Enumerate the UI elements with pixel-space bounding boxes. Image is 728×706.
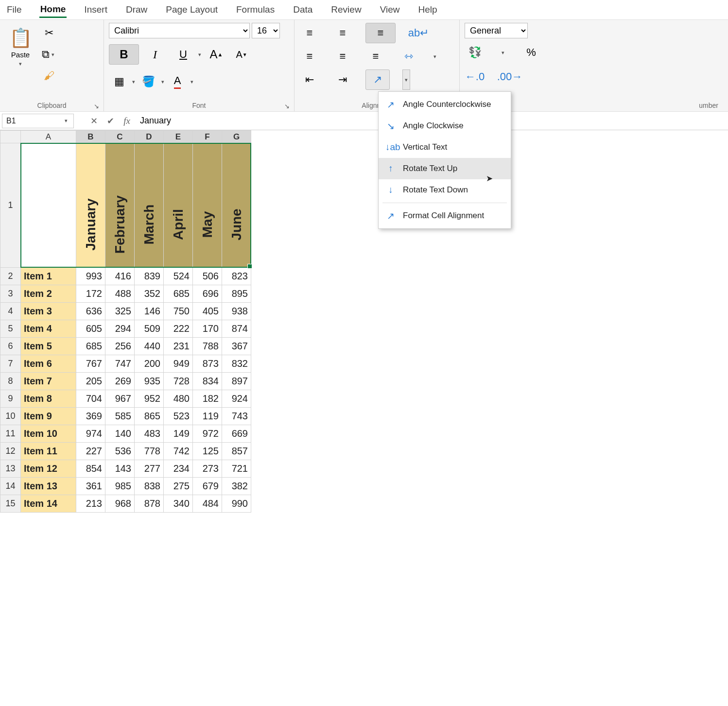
select-all-corner[interactable] bbox=[0, 131, 21, 143]
data-cell[interactable]: 480 bbox=[164, 390, 193, 408]
col-header-E[interactable]: E bbox=[164, 131, 193, 143]
insert-function-button[interactable]: fx bbox=[119, 114, 135, 128]
data-cell[interactable]: 972 bbox=[193, 425, 222, 443]
chevron-down-icon[interactable]: ▾ bbox=[189, 79, 195, 85]
increase-font-button[interactable]: A▲ bbox=[204, 44, 228, 65]
data-cell[interactable]: 440 bbox=[135, 338, 164, 355]
data-cell[interactable]: 704 bbox=[76, 390, 105, 408]
clipboard-launcher[interactable]: ↘ bbox=[94, 103, 102, 110]
data-cell[interactable]: 275 bbox=[164, 478, 193, 495]
data-cell[interactable]: 838 bbox=[135, 478, 164, 495]
data-cell[interactable]: 369 bbox=[76, 408, 105, 425]
menu-rotate-down[interactable]: ↓Rotate Text Down bbox=[379, 179, 511, 201]
align-center-button[interactable]: ≡ bbox=[332, 46, 353, 67]
percent-button[interactable]: % bbox=[521, 42, 541, 63]
data-cell[interactable]: 227 bbox=[76, 443, 105, 460]
fill-color-button[interactable]: 🪣 bbox=[138, 71, 158, 92]
row-label-cell[interactable]: Item 12 bbox=[21, 460, 76, 478]
orientation-button[interactable]: ↗ bbox=[365, 69, 390, 90]
data-cell[interactable]: 585 bbox=[105, 408, 135, 425]
menu-format-cell-alignment[interactable]: ↗Format Cell Alignment bbox=[379, 205, 511, 226]
increase-decimal-button[interactable]: ←.0 bbox=[465, 67, 485, 87]
tab-file[interactable]: File bbox=[6, 2, 23, 17]
menu-angle-ccw[interactable]: ↗Angle Counterclockwise bbox=[379, 94, 511, 115]
tab-view[interactable]: View bbox=[379, 2, 401, 17]
data-cell[interactable]: 277 bbox=[135, 460, 164, 478]
font-color-button[interactable]: A bbox=[167, 71, 188, 92]
decrease-indent-button[interactable]: ⇤ bbox=[299, 69, 320, 90]
chevron-down-icon[interactable]: ▾ bbox=[159, 79, 166, 85]
align-top-button[interactable]: ≡ bbox=[299, 23, 320, 43]
data-cell[interactable]: 952 bbox=[135, 390, 164, 408]
data-cell[interactable]: 231 bbox=[164, 338, 193, 355]
data-cell[interactable]: 536 bbox=[105, 443, 135, 460]
row-header[interactable]: 5 bbox=[0, 320, 21, 338]
row-header[interactable]: 6 bbox=[0, 338, 21, 355]
align-left-button[interactable]: ≡ bbox=[299, 46, 320, 67]
data-cell[interactable]: 865 bbox=[135, 408, 164, 425]
chevron-down-icon[interactable]: ▾ bbox=[130, 79, 137, 85]
data-cell[interactable]: 143 bbox=[105, 460, 135, 478]
row-label-cell[interactable]: Item 4 bbox=[21, 320, 76, 338]
sheet-grid[interactable]: ABCDEFG1JanuaryFebruaryMarchAprilMayJune… bbox=[0, 130, 728, 513]
data-cell[interactable]: 696 bbox=[193, 285, 222, 303]
data-cell[interactable]: 873 bbox=[193, 355, 222, 373]
data-cell[interactable]: 968 bbox=[105, 495, 135, 513]
data-cell[interactable]: 974 bbox=[76, 425, 105, 443]
row-label-cell[interactable]: Item 11 bbox=[21, 443, 76, 460]
data-cell[interactable]: 685 bbox=[164, 285, 193, 303]
data-cell[interactable]: 788 bbox=[193, 338, 222, 355]
borders-button[interactable]: ▦ bbox=[109, 71, 129, 92]
chevron-down-icon[interactable]: ▾ bbox=[196, 52, 203, 58]
tab-formulas[interactable]: Formulas bbox=[235, 2, 276, 17]
name-box[interactable]: B1 ▾ bbox=[2, 114, 74, 128]
col-header-C[interactable]: C bbox=[105, 131, 135, 143]
data-cell[interactable]: 685 bbox=[76, 338, 105, 355]
data-cell[interactable]: 269 bbox=[105, 373, 135, 390]
data-cell[interactable]: 993 bbox=[76, 268, 105, 285]
data-cell[interactable]: 205 bbox=[76, 373, 105, 390]
data-cell[interactable]: 523 bbox=[164, 408, 193, 425]
data-cell[interactable]: 967 bbox=[105, 390, 135, 408]
data-cell[interactable]: 897 bbox=[222, 373, 251, 390]
row-label-cell[interactable]: Item 8 bbox=[21, 390, 76, 408]
data-cell[interactable]: 273 bbox=[193, 460, 222, 478]
data-cell[interactable]: 895 bbox=[222, 285, 251, 303]
row-label-cell[interactable]: Item 5 bbox=[21, 338, 76, 355]
data-cell[interactable]: 182 bbox=[193, 390, 222, 408]
row-header[interactable]: 14 bbox=[0, 478, 21, 495]
data-cell[interactable]: 874 bbox=[222, 320, 251, 338]
row-header[interactable]: 4 bbox=[0, 303, 21, 320]
align-bottom-button[interactable]: ≡ bbox=[365, 23, 396, 43]
row-header[interactable]: 8 bbox=[0, 373, 21, 390]
menu-angle-cw[interactable]: ↘Angle Clockwise bbox=[379, 115, 511, 137]
row-header[interactable]: 7 bbox=[0, 355, 21, 373]
row-label-cell[interactable]: Item 10 bbox=[21, 425, 76, 443]
data-cell[interactable]: 778 bbox=[135, 443, 164, 460]
data-cell[interactable]: 938 bbox=[222, 303, 251, 320]
row-header[interactable]: 13 bbox=[0, 460, 21, 478]
data-cell[interactable]: 767 bbox=[76, 355, 105, 373]
row-label-cell[interactable]: Item 9 bbox=[21, 408, 76, 425]
cell[interactable]: March bbox=[135, 143, 164, 268]
data-cell[interactable]: 416 bbox=[105, 268, 135, 285]
paste-button[interactable]: 📋 Paste ▾ bbox=[5, 23, 36, 71]
cell[interactable]: January bbox=[76, 143, 105, 268]
align-right-button[interactable]: ≡ bbox=[365, 46, 386, 67]
cell[interactable] bbox=[21, 143, 76, 268]
cell[interactable]: May bbox=[193, 143, 222, 268]
row-header[interactable]: 9 bbox=[0, 390, 21, 408]
font-size-select[interactable]: 16 bbox=[252, 23, 280, 38]
data-cell[interactable]: 854 bbox=[76, 460, 105, 478]
row-label-cell[interactable]: Item 2 bbox=[21, 285, 76, 303]
tab-draw[interactable]: Draw bbox=[125, 2, 148, 17]
tab-page-layout[interactable]: Page Layout bbox=[165, 2, 219, 17]
cell[interactable]: April bbox=[164, 143, 193, 268]
data-cell[interactable]: 125 bbox=[193, 443, 222, 460]
chevron-down-icon[interactable]: ▾ bbox=[432, 53, 438, 60]
data-cell[interactable]: 488 bbox=[105, 285, 135, 303]
data-cell[interactable]: 857 bbox=[222, 443, 251, 460]
data-cell[interactable]: 636 bbox=[76, 303, 105, 320]
row-label-cell[interactable]: Item 3 bbox=[21, 303, 76, 320]
menu-rotate-up[interactable]: ↑Rotate Text Up bbox=[379, 158, 511, 179]
